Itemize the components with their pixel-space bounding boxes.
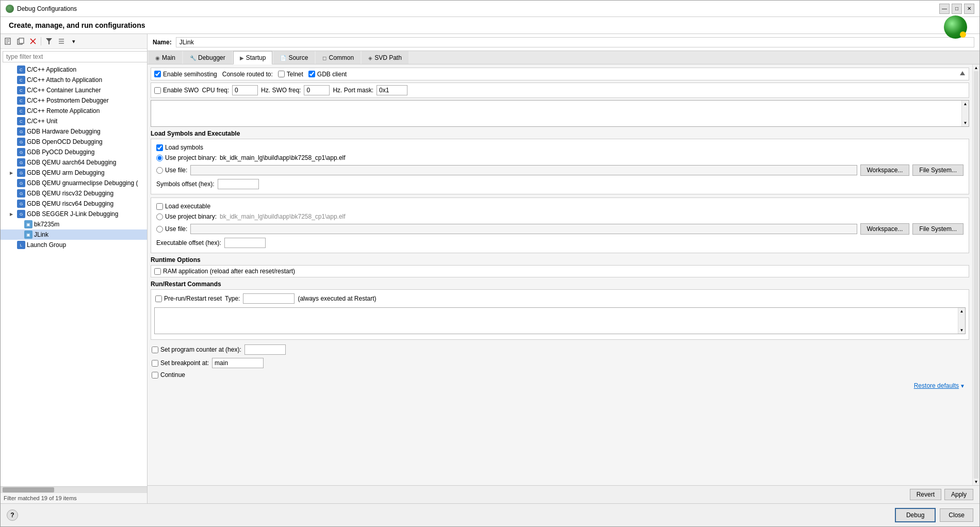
- load-symbols-row: Load symbols: [155, 142, 965, 153]
- tab-main[interactable]: ◉ Main: [149, 51, 182, 64]
- header-title: Create, manage, and run configurations: [9, 21, 971, 29]
- set-counter-checkbox[interactable]: [152, 347, 158, 353]
- scroll-down-btn-right[interactable]: ▼: [973, 480, 979, 485]
- enable-semihosting-label[interactable]: Enable semihosting: [154, 71, 217, 78]
- symbols-offset-input[interactable]: [218, 179, 259, 189]
- item-icon: G: [17, 179, 25, 187]
- init-commands-textarea[interactable]: [151, 101, 961, 125]
- set-counter-input[interactable]: [244, 344, 286, 355]
- tree-item-gdb-hw[interactable]: G GDB Hardware Debugging: [1, 126, 147, 137]
- tree-item-gdb-openocd[interactable]: G GDB OpenOCD Debugging: [1, 137, 147, 147]
- new-config-button[interactable]: [3, 36, 14, 47]
- set-breakpoint-text: Set breakpoint at:: [160, 359, 209, 367]
- workspace2-button[interactable]: Workspace...: [860, 223, 910, 235]
- use-file2-label[interactable]: Use file:: [156, 225, 187, 233]
- file-system-button[interactable]: File System...: [912, 164, 963, 176]
- pre-run-label[interactable]: Pre-run/Restart reset: [155, 295, 222, 302]
- view-menu-button[interactable]: ▾: [68, 36, 79, 47]
- tabs-bar: ◉ Main 🔧 Debugger ▶ Startup 📄 Source ◻: [148, 51, 979, 64]
- restore-defaults-link[interactable]: Restore defaults: [914, 382, 959, 389]
- help-button[interactable]: ?: [7, 509, 18, 521]
- telnet-label[interactable]: Telnet: [278, 71, 303, 78]
- filter-input[interactable]: [3, 51, 148, 62]
- maximize-button[interactable]: □: [952, 4, 962, 14]
- use-file-input[interactable]: [190, 165, 857, 175]
- tab-common[interactable]: ◻ Common: [316, 51, 361, 64]
- tree-item-label: GDB OpenOCD Debugging: [27, 138, 103, 145]
- enable-swo-checkbox[interactable]: [154, 87, 161, 94]
- config-tree: C C/C++ Application C C/C++ Attach to Ap…: [1, 64, 147, 486]
- name-input[interactable]: [176, 37, 974, 47]
- tree-item-cpp-unit[interactable]: C C/C++ Unit: [1, 116, 147, 126]
- duplicate-config-button[interactable]: [15, 36, 26, 47]
- close-window-button[interactable]: ✕: [964, 4, 974, 14]
- set-counter-row: Set program counter at (hex):: [151, 343, 969, 356]
- tree-item-gdb-qemu-arm[interactable]: G GDB QEMU arm Debugging: [1, 168, 147, 178]
- tree-item-gdb-segger[interactable]: G GDB SEGGER J-Link Debugging: [1, 209, 147, 219]
- load-executable-checkbox[interactable]: [156, 203, 163, 210]
- tree-item-cpp-app[interactable]: C C/C++ Application: [1, 64, 147, 75]
- tab-startup[interactable]: ▶ Startup: [233, 51, 273, 64]
- continue-checkbox[interactable]: [152, 372, 158, 378]
- filter-button[interactable]: [43, 36, 55, 47]
- tree-item-cpp-container[interactable]: C C/C++ Container Launcher: [1, 85, 147, 95]
- gdb-client-label[interactable]: GDB client: [308, 71, 347, 78]
- use-file2-input[interactable]: [190, 224, 857, 234]
- cpu-freq-input[interactable]: [232, 85, 258, 95]
- tree-item-bk7235m[interactable]: ▣ bk7235m: [1, 219, 147, 229]
- set-breakpoint-input[interactable]: [212, 358, 264, 368]
- load-symbols-label[interactable]: Load symbols: [156, 144, 203, 151]
- commands-textarea[interactable]: [155, 308, 958, 333]
- set-breakpoint-label[interactable]: Set breakpoint at:: [152, 359, 209, 367]
- gdb-client-checkbox[interactable]: [308, 71, 315, 77]
- tree-item-cpp-remote[interactable]: C C/C++ Remote Application: [1, 106, 147, 116]
- horizontal-scrollbar[interactable]: [1, 486, 147, 492]
- pre-run-row: Pre-run/Restart reset Type: (always exec…: [154, 292, 966, 305]
- tree-item-cpp-postmortem[interactable]: C C/C++ Postmortem Debugger: [1, 95, 147, 106]
- revert-button[interactable]: Revert: [910, 489, 941, 500]
- apply-button[interactable]: Apply: [944, 489, 973, 500]
- use-project-binary2-label[interactable]: Use project binary:: [156, 213, 217, 220]
- use-file-label[interactable]: Use file:: [156, 167, 187, 174]
- enable-swo-label[interactable]: Enable SWO: [154, 87, 199, 94]
- close-button[interactable]: Close: [940, 508, 973, 522]
- delete-config-button[interactable]: [27, 36, 39, 47]
- use-project-binary-radio[interactable]: [156, 155, 163, 161]
- tree-item-launch-group[interactable]: L Launch Group: [1, 240, 147, 250]
- type-input[interactable]: [243, 293, 295, 304]
- set-breakpoint-checkbox[interactable]: [152, 360, 158, 367]
- set-counter-label[interactable]: Set program counter at (hex):: [152, 346, 241, 353]
- use-project-binary2-radio[interactable]: [156, 213, 163, 220]
- minimize-button[interactable]: —: [939, 4, 950, 14]
- tree-item-cpp-attach[interactable]: C C/C++ Attach to Application: [1, 75, 147, 85]
- tree-item-gdb-pyocd[interactable]: G GDB PyOCD Debugging: [1, 147, 147, 157]
- continue-label[interactable]: Continue: [152, 371, 185, 378]
- telnet-checkbox[interactable]: [278, 71, 285, 77]
- use-file2-radio[interactable]: [156, 226, 163, 233]
- tree-item-gdb-qemu-aarch64[interactable]: G GDB QEMU aarch64 Debugging: [1, 157, 147, 168]
- use-project-binary-label[interactable]: Use project binary:: [156, 154, 217, 161]
- workspace-button[interactable]: Workspace...: [860, 164, 910, 176]
- tree-item-gdb-qemu-riscv32[interactable]: G GDB QEMU riscv32 Debugging: [1, 188, 147, 199]
- collapse-button[interactable]: [56, 36, 67, 47]
- swo-freq-input[interactable]: [304, 85, 330, 95]
- file-system2-button[interactable]: File System...: [912, 223, 963, 235]
- executable-offset-input[interactable]: [224, 238, 266, 248]
- ram-app-checkbox[interactable]: [154, 268, 161, 275]
- tab-svd-path[interactable]: ◈ SVD Path: [362, 51, 409, 64]
- tree-item-jlink[interactable]: ▣ JLink: [1, 229, 147, 240]
- use-file-radio[interactable]: [156, 167, 163, 174]
- pre-run-checkbox[interactable]: [155, 295, 162, 302]
- port-mask-input[interactable]: [377, 85, 407, 95]
- load-executable-label[interactable]: Load executable: [156, 203, 210, 210]
- load-symbols-checkbox[interactable]: [156, 144, 163, 151]
- right-scrollbar[interactable]: ▲ ▼: [972, 64, 979, 485]
- tab-source[interactable]: 📄 Source: [273, 51, 315, 64]
- ram-app-label[interactable]: RAM application (reload after each reset…: [154, 268, 295, 275]
- tree-item-gdb-qemu-gnu[interactable]: G GDB QEMU gnuarmeclipse Debugging (: [1, 178, 147, 188]
- scroll-up-btn-right[interactable]: ▲: [973, 64, 979, 70]
- debug-button[interactable]: Debug: [895, 508, 936, 522]
- enable-semihosting-checkbox[interactable]: [154, 71, 161, 77]
- tree-item-gdb-qemu-riscv64[interactable]: G GDB QEMU riscv64 Debugging: [1, 199, 147, 209]
- tab-debugger[interactable]: 🔧 Debugger: [183, 51, 232, 64]
